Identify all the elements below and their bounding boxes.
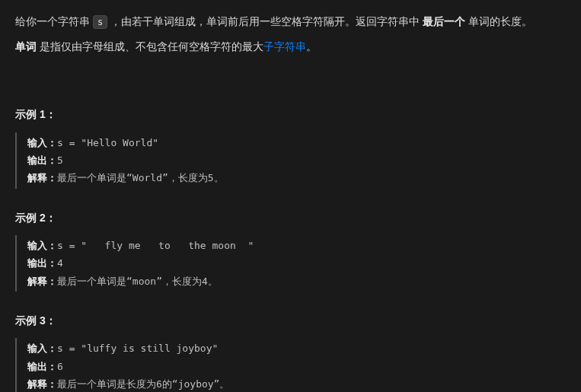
input-value: s = "Hello World" bbox=[57, 137, 158, 148]
desc-text: ，由若干单词组成，单词前后用一些空格字符隔开。返回字符串中 bbox=[107, 15, 423, 27]
input-value: s = " fly me to the moon " bbox=[57, 240, 254, 251]
example-2-title: 示例 2： bbox=[15, 209, 566, 228]
output-value: 5 bbox=[57, 155, 63, 166]
output-label: 输出： bbox=[27, 361, 57, 372]
desc-text: 。 bbox=[306, 40, 317, 53]
desc-text: 是指仅由字母组成、不包含任何空格字符的最大 bbox=[37, 40, 263, 53]
substring-link[interactable]: 子字符串 bbox=[263, 40, 306, 53]
desc-bold-last: 最后一个 bbox=[423, 15, 465, 27]
problem-description-line1: 给你一个字符串 s ，由若干单词组成，单词前后用一些空格字符隔开。返回字符串中 … bbox=[15, 12, 566, 31]
desc-text: 给你一个字符串 bbox=[15, 15, 93, 27]
output-label: 输出： bbox=[27, 155, 57, 166]
explain-value: 最后一个单词是“moon”，长度为4。 bbox=[57, 276, 218, 287]
example-1-title: 示例 1： bbox=[15, 105, 566, 124]
desc-bold-word: 单词 bbox=[15, 40, 37, 53]
example-2-block: 输入：s = " fly me to the moon " 输出：4 解释：最后… bbox=[15, 235, 566, 292]
output-value: 6 bbox=[57, 361, 63, 372]
input-value: s = "luffy is still joyboy" bbox=[57, 343, 218, 354]
input-label: 输入： bbox=[27, 137, 57, 148]
output-value: 4 bbox=[57, 257, 63, 269]
input-label: 输入： bbox=[27, 240, 57, 251]
input-label: 输入： bbox=[27, 343, 57, 354]
example-1-block: 输入：s = "Hello World" 输出：5 解释：最后一个单词是“Wor… bbox=[15, 132, 566, 189]
inline-code-s: s bbox=[93, 15, 107, 29]
explain-value: 最后一个单词是长度为6的“joyboy”。 bbox=[57, 378, 229, 390]
explain-label: 解释： bbox=[27, 378, 57, 390]
desc-text: 单词的长度。 bbox=[465, 15, 532, 27]
explain-value: 最后一个单词是“World”，长度为5。 bbox=[57, 172, 224, 183]
explain-label: 解释： bbox=[27, 172, 57, 183]
explain-label: 解释： bbox=[27, 276, 57, 287]
problem-description-line2: 单词 是指仅由字母组成、不包含任何空格字符的最大子字符串。 bbox=[15, 37, 566, 56]
example-3-title: 示例 3： bbox=[15, 311, 566, 330]
example-3-block: 输入：s = "luffy is still joyboy" 输出：6 解释：最… bbox=[15, 338, 566, 392]
output-label: 输出： bbox=[27, 257, 57, 269]
